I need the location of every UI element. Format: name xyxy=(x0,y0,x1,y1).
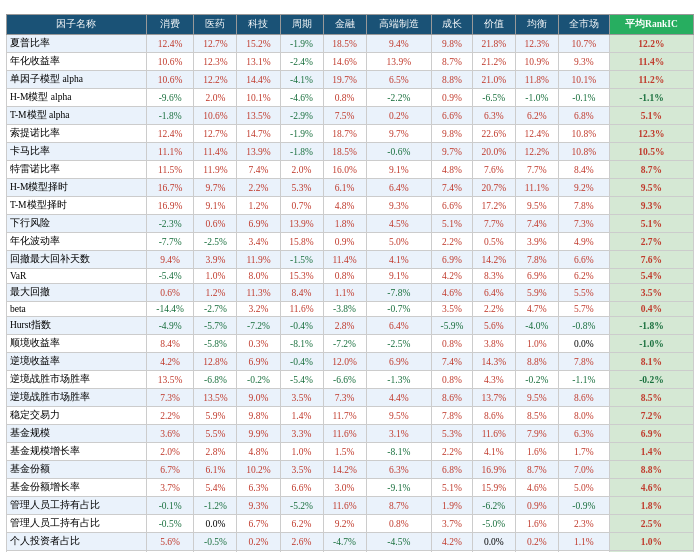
cell-24-0: 基金份额 xyxy=(7,461,147,479)
cell-7-11: 8.7% xyxy=(609,161,693,179)
cell-16-8: 5.6% xyxy=(472,317,515,335)
cell-2-10: 10.1% xyxy=(558,71,609,89)
cell-17-1: 8.4% xyxy=(146,335,194,353)
cell-16-1: -4.9% xyxy=(146,317,194,335)
cell-8-6: 6.4% xyxy=(366,179,432,197)
cell-20-4: 3.5% xyxy=(280,389,323,407)
main-container: 因子名称消费医药科技周期金融高端制造成长价值均衡全市场平均RankIC 夏普比率… xyxy=(0,0,700,552)
cell-6-11: 10.5% xyxy=(609,143,693,161)
cell-1-0: 年化收益率 xyxy=(7,53,147,71)
cell-3-3: 10.1% xyxy=(237,89,280,107)
cell-16-9: -4.0% xyxy=(515,317,558,335)
cell-12-6: 4.1% xyxy=(366,251,432,269)
cell-17-4: -8.1% xyxy=(280,335,323,353)
cell-8-4: 5.3% xyxy=(280,179,323,197)
cell-18-9: 8.8% xyxy=(515,353,558,371)
cell-8-11: 9.5% xyxy=(609,179,693,197)
cell-6-2: 11.4% xyxy=(194,143,237,161)
cell-4-3: 13.5% xyxy=(237,107,280,125)
cell-14-11: 3.5% xyxy=(609,284,693,302)
cell-19-0: 逆境战胜市场胜率 xyxy=(7,371,147,389)
cell-7-1: 11.5% xyxy=(146,161,194,179)
cell-11-10: 4.9% xyxy=(558,233,609,251)
cell-18-11: 8.1% xyxy=(609,353,693,371)
cell-28-3: 0.2% xyxy=(237,533,280,551)
cell-13-11: 5.4% xyxy=(609,269,693,284)
table-row: 基金规模3.6%5.5%9.9%3.3%11.6%3.1%5.3%11.6%7.… xyxy=(7,425,694,443)
cell-19-4: -5.4% xyxy=(280,371,323,389)
cell-12-7: 6.9% xyxy=(432,251,473,269)
cell-8-0: H-M模型择时 xyxy=(7,179,147,197)
cell-12-0: 回撤最大回补天数 xyxy=(7,251,147,269)
table-row: 最大回撤0.6%1.2%11.3%8.4%1.1%-7.8%4.6%6.4%5.… xyxy=(7,284,694,302)
cell-19-5: -6.6% xyxy=(323,371,366,389)
cell-23-0: 基金规模增长率 xyxy=(7,443,147,461)
cell-18-0: 逆境收益率 xyxy=(7,353,147,371)
cell-6-7: 9.7% xyxy=(432,143,473,161)
cell-27-11: 2.5% xyxy=(609,515,693,533)
cell-28-11: 1.0% xyxy=(609,533,693,551)
cell-0-2: 12.7% xyxy=(194,35,237,53)
cell-12-10: 6.6% xyxy=(558,251,609,269)
cell-25-3: 6.3% xyxy=(237,479,280,497)
cell-9-9: 9.5% xyxy=(515,197,558,215)
cell-10-0: 下行风险 xyxy=(7,215,147,233)
cell-26-3: 9.3% xyxy=(237,497,280,515)
cell-4-5: 7.5% xyxy=(323,107,366,125)
table-row: H-M模型择时16.7%9.7%2.2%5.3%6.1%6.4%7.4%20.7… xyxy=(7,179,694,197)
cell-12-8: 14.2% xyxy=(472,251,515,269)
cell-7-7: 4.8% xyxy=(432,161,473,179)
table-row: 索提诺比率12.4%12.7%14.7%-1.9%18.7%9.7%9.8%22… xyxy=(7,125,694,143)
cell-24-2: 6.1% xyxy=(194,461,237,479)
cell-0-5: 18.5% xyxy=(323,35,366,53)
cell-9-3: 1.2% xyxy=(237,197,280,215)
cell-10-4: 13.9% xyxy=(280,215,323,233)
table-row: H-M模型 alpha-9.6%2.0%10.1%-4.6%0.8%-2.2%0… xyxy=(7,89,694,107)
cell-9-10: 7.8% xyxy=(558,197,609,215)
cell-2-2: 12.2% xyxy=(194,71,237,89)
cell-25-5: 3.0% xyxy=(323,479,366,497)
cell-24-9: 8.7% xyxy=(515,461,558,479)
cell-17-2: -5.8% xyxy=(194,335,237,353)
cell-16-5: 2.8% xyxy=(323,317,366,335)
cell-3-9: -1.0% xyxy=(515,89,558,107)
cell-15-5: -3.8% xyxy=(323,302,366,317)
cell-3-11: -1.1% xyxy=(609,89,693,107)
cell-20-3: 9.0% xyxy=(237,389,280,407)
cell-18-2: 12.8% xyxy=(194,353,237,371)
cell-10-1: -2.3% xyxy=(146,215,194,233)
cell-4-10: 6.8% xyxy=(558,107,609,125)
col-header-10: 全市场 xyxy=(558,15,609,35)
cell-16-11: -1.8% xyxy=(609,317,693,335)
cell-5-7: 9.8% xyxy=(432,125,473,143)
cell-26-5: 11.6% xyxy=(323,497,366,515)
table-row: 年化波动率-7.7%-2.5%3.4%15.8%0.9%5.0%2.2%0.5%… xyxy=(7,233,694,251)
cell-17-7: 0.8% xyxy=(432,335,473,353)
cell-2-3: 14.4% xyxy=(237,71,280,89)
cell-27-10: 2.3% xyxy=(558,515,609,533)
cell-12-3: 11.9% xyxy=(237,251,280,269)
cell-18-5: 12.0% xyxy=(323,353,366,371)
cell-5-6: 9.7% xyxy=(366,125,432,143)
cell-28-2: -0.5% xyxy=(194,533,237,551)
cell-20-5: 7.3% xyxy=(323,389,366,407)
cell-1-6: 13.9% xyxy=(366,53,432,71)
cell-0-4: -1.9% xyxy=(280,35,323,53)
cell-15-7: 3.5% xyxy=(432,302,473,317)
cell-22-10: 6.3% xyxy=(558,425,609,443)
cell-12-2: 3.9% xyxy=(194,251,237,269)
table-row: 年化收益率10.6%12.3%13.1%-2.4%14.6%13.9%8.7%2… xyxy=(7,53,694,71)
cell-19-9: -0.2% xyxy=(515,371,558,389)
cell-21-5: 11.7% xyxy=(323,407,366,425)
cell-2-0: 单因子模型 alpha xyxy=(7,71,147,89)
cell-7-9: 7.7% xyxy=(515,161,558,179)
cell-28-5: -4.7% xyxy=(323,533,366,551)
cell-23-10: 1.7% xyxy=(558,443,609,461)
cell-17-9: 1.0% xyxy=(515,335,558,353)
cell-8-3: 2.2% xyxy=(237,179,280,197)
cell-7-3: 7.4% xyxy=(237,161,280,179)
cell-1-10: 9.3% xyxy=(558,53,609,71)
cell-26-6: 8.7% xyxy=(366,497,432,515)
cell-3-0: H-M模型 alpha xyxy=(7,89,147,107)
cell-28-6: -4.5% xyxy=(366,533,432,551)
